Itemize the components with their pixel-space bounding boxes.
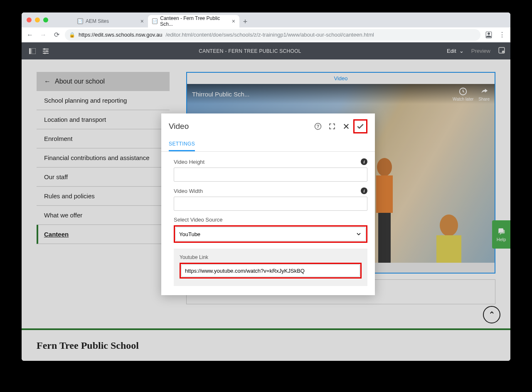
arrow-left-icon: ← bbox=[44, 78, 51, 85]
page-title: CANTEEN - FERN TREE PUBLIC SCHOOL bbox=[53, 48, 447, 54]
chevron-up-icon: ⌃ bbox=[488, 310, 495, 320]
titlebar: 📄 AEM Sites × 📄 Canteen - Fern Tree Publ… bbox=[22, 12, 510, 27]
height-label: Video Height bbox=[174, 159, 204, 165]
svg-rect-15 bbox=[378, 213, 391, 263]
menu-button[interactable]: ⋮ bbox=[497, 30, 507, 40]
close-tab-icon[interactable]: × bbox=[140, 18, 144, 25]
reload-button[interactable]: ⟳ bbox=[52, 30, 62, 40]
confirm-button[interactable] bbox=[353, 119, 367, 133]
dialog-title: Video bbox=[169, 122, 311, 131]
traffic-lights bbox=[27, 17, 48, 22]
width-label: Video Width bbox=[174, 188, 203, 194]
svg-rect-2 bbox=[32, 48, 36, 54]
new-tab-button[interactable]: + bbox=[239, 16, 251, 27]
close-tab-icon[interactable]: × bbox=[232, 18, 235, 25]
video-dialog: Video ? SETTINGS bbox=[161, 113, 375, 295]
youtube-link-input[interactable] bbox=[181, 264, 360, 277]
back-button[interactable]: ← bbox=[25, 30, 35, 40]
svg-text:+: + bbox=[502, 51, 504, 53]
help-button[interactable]: Help bbox=[492, 220, 510, 249]
svg-rect-1 bbox=[29, 48, 31, 54]
check-icon bbox=[356, 122, 365, 131]
svg-point-16 bbox=[440, 214, 458, 236]
svg-text:?: ? bbox=[317, 124, 319, 129]
school-name: Fern Tree Public School bbox=[22, 330, 510, 361]
tab-aem-sites[interactable]: 📄 AEM Sites × bbox=[73, 15, 148, 27]
info-icon[interactable]: i bbox=[361, 158, 367, 165]
page-icon: 📄 bbox=[77, 18, 83, 24]
url-field[interactable]: 🔒 https://edit.sws.schools.nsw.gov.au/ed… bbox=[65, 29, 480, 41]
sidebar-back[interactable]: ← About our school bbox=[37, 72, 170, 91]
aem-toolbar: CANTEEN - FERN TREE PUBLIC SCHOOL Edit ⌄… bbox=[22, 42, 510, 59]
svg-point-13 bbox=[377, 158, 392, 176]
tab-title: AEM Sites bbox=[86, 18, 109, 24]
width-input[interactable] bbox=[174, 197, 367, 211]
close-window[interactable] bbox=[27, 17, 32, 22]
svg-rect-17 bbox=[436, 235, 461, 263]
tab-settings[interactable]: SETTINGS bbox=[169, 138, 195, 151]
height-input[interactable] bbox=[174, 168, 367, 182]
address-bar: ← → ⟳ 🔒 https://edit.sws.schools.nsw.gov… bbox=[22, 27, 510, 42]
sidebar-item-canteen[interactable]: Canteen bbox=[37, 225, 170, 244]
person-silhouette bbox=[424, 213, 474, 263]
source-select[interactable]: YouTube bbox=[175, 227, 366, 241]
chevron-down-icon: ⌄ bbox=[459, 48, 464, 54]
svg-point-7 bbox=[46, 50, 48, 52]
side-panel-icon[interactable] bbox=[27, 45, 38, 57]
watch-later-button[interactable]: Watch later bbox=[453, 87, 473, 101]
tab-title: Canteen - Fern Tree Public Sch... bbox=[160, 15, 229, 27]
svg-point-8 bbox=[44, 52, 46, 54]
scroll-top-button[interactable]: ⌃ bbox=[483, 306, 500, 323]
preview-button[interactable]: Preview bbox=[471, 48, 490, 54]
sidebar-item-offer[interactable]: What we offer bbox=[37, 206, 170, 225]
page-sidebar: ← About our school School planning and r… bbox=[37, 72, 170, 304]
clock-icon bbox=[458, 87, 468, 96]
lock-icon: 🔒 bbox=[69, 32, 75, 38]
page-icon: 📄 bbox=[152, 18, 158, 24]
settings-icon[interactable] bbox=[40, 45, 52, 57]
url-host: https://edit.sws.schools.nsw.gov.au bbox=[79, 32, 162, 38]
close-button[interactable] bbox=[339, 119, 353, 133]
page-props-icon[interactable]: + bbox=[498, 47, 505, 55]
svg-point-6 bbox=[44, 48, 45, 50]
minimize-window[interactable] bbox=[35, 17, 40, 22]
editor-content: ← About our school School planning and r… bbox=[22, 59, 510, 361]
help-icon[interactable]: ? bbox=[311, 119, 325, 133]
sidebar-item-planning[interactable]: School planning and reporting bbox=[37, 91, 170, 110]
sidebar-item-rules[interactable]: Rules and policies bbox=[37, 187, 170, 206]
browser-window: 📄 AEM Sites × 📄 Canteen - Fern Tree Publ… bbox=[22, 12, 510, 361]
sidebar-item-location[interactable]: Location and transport bbox=[37, 110, 170, 129]
sidebar-item-enrolment[interactable]: Enrolment bbox=[37, 129, 170, 148]
share-button[interactable]: Share bbox=[478, 87, 490, 101]
edit-mode[interactable]: Edit ⌄ bbox=[447, 48, 464, 54]
forward-button[interactable]: → bbox=[38, 30, 48, 40]
yt-title: Thirroul Public Sch... bbox=[192, 91, 453, 98]
svg-rect-14 bbox=[376, 175, 393, 213]
maximize-window[interactable] bbox=[43, 17, 48, 22]
fullscreen-icon[interactable] bbox=[325, 119, 339, 133]
component-label: Video bbox=[187, 73, 495, 84]
sidebar-back-label: About our school bbox=[55, 78, 105, 85]
url-path: /editor.html/content/doe/sws/schools/z/z… bbox=[165, 32, 374, 38]
info-icon[interactable]: i bbox=[361, 187, 367, 194]
browser-tabs: 📄 AEM Sites × 📄 Canteen - Fern Tree Publ… bbox=[73, 12, 251, 27]
link-label: Youtube Link bbox=[180, 254, 208, 260]
account-icon[interactable] bbox=[484, 30, 494, 40]
chat-icon bbox=[497, 227, 505, 235]
source-label: Select Video Source bbox=[174, 217, 223, 223]
sidebar-item-staff[interactable]: Our staff bbox=[37, 168, 170, 187]
tab-canteen[interactable]: 📄 Canteen - Fern Tree Public Sch... × bbox=[148, 15, 239, 27]
share-icon bbox=[480, 87, 489, 96]
sidebar-item-financial[interactable]: Financial contributions and assistance bbox=[37, 148, 170, 168]
